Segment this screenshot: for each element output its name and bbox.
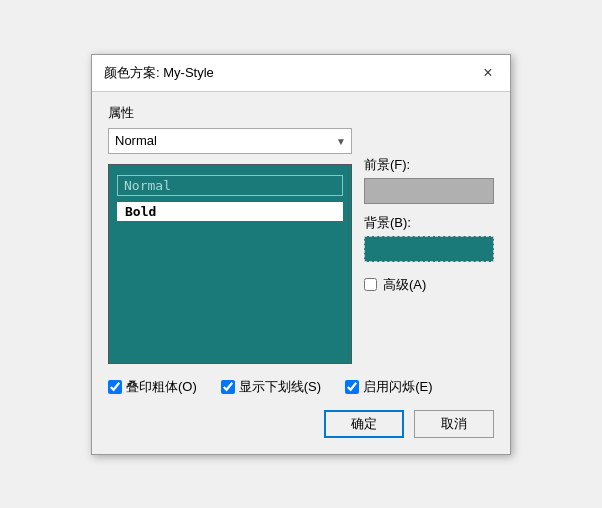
cancel-button[interactable]: 取消 (414, 410, 494, 438)
enable-blink-label: 启用闪烁(E) (363, 378, 432, 396)
advanced-row: 高级(A) (364, 276, 494, 294)
preview-bold-text: Bold (117, 202, 343, 221)
dialog-title: 颜色方案: My-Style (104, 64, 214, 82)
color-scheme-dialog: 颜色方案: My-Style × 属性 Normal Bold Italic U… (91, 54, 511, 455)
enable-blink-item: 启用闪烁(E) (345, 378, 432, 396)
preview-area: Normal Bold (108, 164, 352, 364)
show-underline-label: 显示下划线(S) (239, 378, 321, 396)
right-panel: 前景(F): 背景(B): 高级(A) (364, 128, 494, 364)
checkbox-row: 叠印粗体(O) 显示下划线(S) 启用闪烁(E) (108, 378, 494, 396)
overprint-bold-checkbox[interactable] (108, 380, 122, 394)
close-button[interactable]: × (478, 63, 498, 83)
attributes-label: 属性 (108, 104, 494, 122)
background-swatch[interactable] (364, 236, 494, 262)
button-row: 确定 取消 (108, 410, 494, 442)
dropdown-wrapper: Normal Bold Italic Underline ▼ (108, 128, 352, 154)
overprint-bold-label: 叠印粗体(O) (126, 378, 197, 396)
title-bar: 颜色方案: My-Style × (92, 55, 510, 92)
foreground-section: 前景(F): (364, 156, 494, 204)
foreground-label: 前景(F): (364, 156, 494, 174)
normal-dropdown[interactable]: Normal Bold Italic Underline (108, 128, 352, 154)
foreground-swatch[interactable] (364, 178, 494, 204)
overprint-bold-item: 叠印粗体(O) (108, 378, 197, 396)
left-panel: Normal Bold Italic Underline ▼ Normal Bo… (108, 128, 352, 364)
enable-blink-checkbox[interactable] (345, 380, 359, 394)
dialog-body: 属性 Normal Bold Italic Underline ▼ Normal… (92, 92, 510, 454)
advanced-checkbox[interactable] (364, 278, 377, 291)
advanced-label: 高级(A) (383, 276, 426, 294)
background-section: 背景(B): (364, 214, 494, 262)
preview-normal-text: Normal (117, 175, 343, 196)
ok-button[interactable]: 确定 (324, 410, 404, 438)
show-underline-item: 显示下划线(S) (221, 378, 321, 396)
show-underline-checkbox[interactable] (221, 380, 235, 394)
background-label: 背景(B): (364, 214, 494, 232)
main-content: Normal Bold Italic Underline ▼ Normal Bo… (108, 128, 494, 364)
